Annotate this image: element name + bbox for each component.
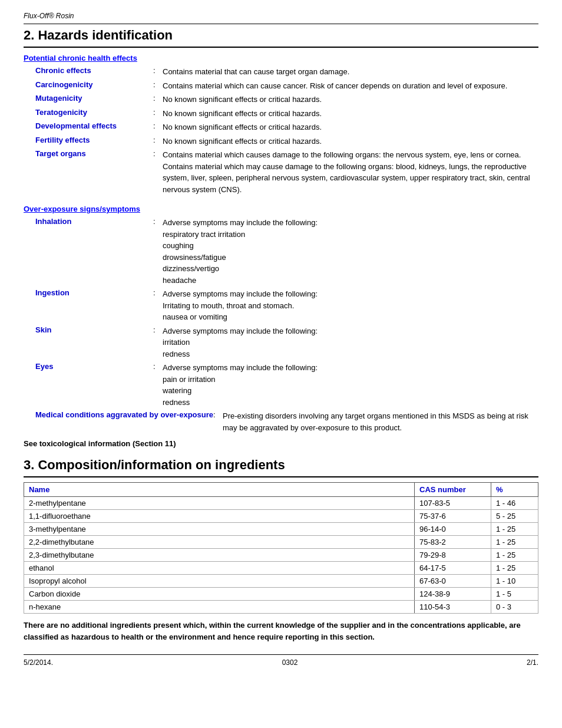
effect-row: Fertility effects : No known significant…: [24, 136, 538, 147]
ingredient-cas: 79-29-8: [415, 549, 491, 562]
effect-row: Target organs : Contains material which …: [24, 149, 538, 195]
ingredient-pct: 1 - 25: [491, 562, 538, 575]
symptom-text: Adverse symptoms may include the followi…: [163, 362, 538, 408]
table-row: 2,2-dimethylbutane 75-83-2 1 - 25: [24, 536, 538, 549]
table-row: 3-methylpentane 96-14-0 1 - 25: [24, 523, 538, 536]
symptom-text: Adverse symptoms may include the followi…: [163, 325, 538, 360]
ingredient-cas: 75-83-2: [415, 536, 491, 549]
ingredient-pct: 5 - 25: [491, 510, 538, 523]
effect-colon: :: [153, 121, 163, 133]
ingredient-pct: 1 - 46: [491, 497, 538, 510]
effect-colon: :: [153, 136, 163, 147]
col-header-pct: %: [491, 483, 538, 497]
page-footer: 5/2/2014. 0302 2/1.: [24, 654, 538, 667]
ingredient-cas: 67-63-0: [415, 575, 491, 588]
effect-text: No known significant effects or critical…: [163, 121, 538, 133]
effect-colon: :: [153, 80, 163, 92]
table-row: 2,3-dimethylbutane 79-29-8 1 - 25: [24, 549, 538, 562]
effect-row: Developmental effects : No known signifi…: [24, 121, 538, 133]
product-name: Flux-Off® Rosin: [24, 12, 538, 20]
symptom-label: Skin: [35, 325, 153, 360]
section-2: 2. Hazards identification Potential chro…: [24, 24, 538, 448]
symptom-text: Adverse symptoms may include the followi…: [163, 288, 538, 323]
overexposure-subtitle: Over-exposure signs/symptoms: [24, 205, 538, 213]
symptom-label: Ingestion: [35, 288, 153, 323]
table-row: ethanol 64-17-5 1 - 25: [24, 562, 538, 575]
effect-row: Carcinogenicity : Contains material whic…: [24, 80, 538, 92]
symptom-row: Medical conditions aggravated by over-ex…: [24, 410, 538, 433]
symptom-colon: :: [153, 325, 163, 360]
ingredient-cas: 124-38-9: [415, 588, 491, 601]
ingredient-name: Carbon dioxide: [24, 588, 415, 601]
ingredient-name: 2,2-dimethylbutane: [24, 536, 415, 549]
effect-row: Teratogenicity : No known significant ef…: [24, 108, 538, 120]
effect-text: No known significant effects or critical…: [163, 94, 538, 106]
symptom-colon: :: [153, 217, 163, 286]
ingredient-pct: 1 - 25: [491, 536, 538, 549]
effect-label: Carcinogenicity: [35, 80, 153, 92]
symptom-text: Adverse symptoms may include the followi…: [163, 217, 538, 286]
effect-colon: :: [153, 108, 163, 120]
ingredient-cas: 75-37-6: [415, 510, 491, 523]
ingredient-pct: 1 - 5: [491, 588, 538, 601]
symptom-colon: :: [153, 362, 163, 408]
ingredient-pct: 1 - 25: [491, 523, 538, 536]
symptom-row: Inhalation : Adverse symptoms may includ…: [24, 217, 538, 286]
ingredient-name: Isopropyl alcohol: [24, 575, 415, 588]
effect-row: Chronic effects : Contains material that…: [24, 66, 538, 78]
symptom-colon: :: [153, 288, 163, 323]
table-row: n-hexane 110-54-3 0 - 3: [24, 601, 538, 614]
effect-label: Target organs: [35, 149, 153, 195]
effect-colon: :: [153, 149, 163, 195]
symptom-label: Eyes: [35, 362, 153, 408]
effect-row: Mutagenicity : No known significant effe…: [24, 94, 538, 106]
symptoms-list: Inhalation : Adverse symptoms may includ…: [24, 217, 538, 433]
tox-note: See toxicological information (Section 1…: [24, 439, 538, 448]
ingredients-table: Name CAS number % 2-methylpentane 107-83…: [24, 482, 538, 614]
ingredient-pct: 1 - 10: [491, 575, 538, 588]
ingredient-name: ethanol: [24, 562, 415, 575]
effect-text: Contains material which can cause cancer…: [163, 80, 538, 92]
effect-colon: :: [153, 66, 163, 78]
effect-text: No known significant effects or critical…: [163, 136, 538, 147]
ingredient-cas: 96-14-0: [415, 523, 491, 536]
effect-label: Developmental effects: [35, 121, 153, 133]
ingredient-cas: 107-83-5: [415, 497, 491, 510]
ingredient-cas: 64-17-5: [415, 562, 491, 575]
symptom-row: Skin : Adverse symptoms may include the …: [24, 325, 538, 360]
effect-text: Contains material which causes damage to…: [163, 149, 538, 195]
ingredient-pct: 0 - 3: [491, 601, 538, 614]
effect-colon: :: [153, 94, 163, 106]
symptom-colon: :: [213, 410, 223, 433]
section-3: 3. Composition/information on ingredient…: [24, 454, 538, 643]
table-row: Isopropyl alcohol 67-63-0 1 - 10: [24, 575, 538, 588]
effect-label: Teratogenicity: [35, 108, 153, 120]
section-2-title: 2. Hazards identification: [24, 24, 538, 48]
col-header-cas: CAS number: [415, 483, 491, 497]
symptom-text: Pre-existing disorders involving any tar…: [223, 410, 538, 433]
ingredient-name: 2-methylpentane: [24, 497, 415, 510]
symptom-label: Inhalation: [35, 217, 153, 286]
symptom-row: Ingestion : Adverse symptoms may include…: [24, 288, 538, 323]
symptom-row: Eyes : Adverse symptoms may include the …: [24, 362, 538, 408]
effect-label: Fertility effects: [35, 136, 153, 147]
table-row: 2-methylpentane 107-83-5 1 - 46: [24, 497, 538, 510]
effect-text: Contains material that can cause target …: [163, 66, 538, 78]
table-row: Carbon dioxide 124-38-9 1 - 5: [24, 588, 538, 601]
symptom-label: Medical conditions aggravated by over-ex…: [35, 410, 213, 433]
ingredient-name: 1,1-difluoroethane: [24, 510, 415, 523]
chronic-effects-list: Chronic effects : Contains material that…: [24, 66, 538, 195]
footer-date: 5/2/2014.: [24, 658, 53, 667]
footer-doc-number: 0302: [282, 658, 298, 667]
ingredients-footer-note: There are no additional ingredients pres…: [24, 620, 538, 643]
col-header-name: Name: [24, 483, 415, 497]
chronic-health-subtitle: Potential chronic health effects: [24, 54, 538, 62]
ingredient-name: 2,3-dimethylbutane: [24, 549, 415, 562]
effect-label: Chronic effects: [35, 66, 153, 78]
table-row: 1,1-difluoroethane 75-37-6 5 - 25: [24, 510, 538, 523]
section-3-title: 3. Composition/information on ingredient…: [24, 454, 538, 477]
effect-label: Mutagenicity: [35, 94, 153, 106]
footer-page: 2/1.: [527, 658, 538, 667]
ingredient-name: n-hexane: [24, 601, 415, 614]
ingredient-name: 3-methylpentane: [24, 523, 415, 536]
